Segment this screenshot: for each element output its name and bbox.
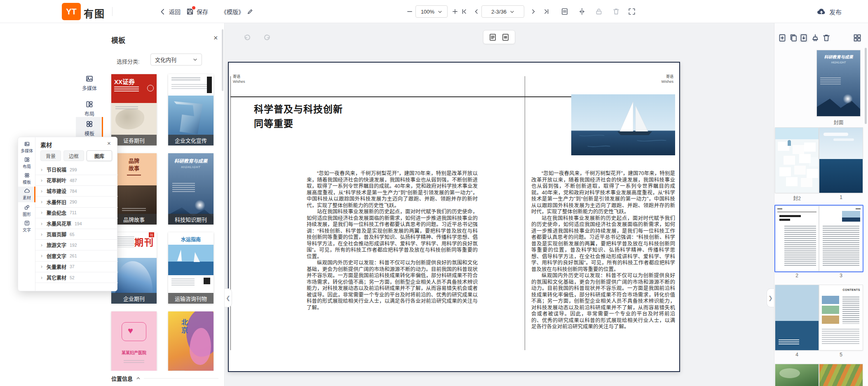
zoom-in-button[interactable]: [451, 7, 459, 16]
asset-category-row[interactable]: ›水墨怀旧290: [35, 197, 118, 208]
assets-rail-item-media[interactable]: 多媒体: [18, 140, 35, 155]
zoom-level-select[interactable]: 100%: [415, 5, 448, 18]
template-card[interactable]: 期刊刊企业期刊: [111, 232, 157, 304]
asset-category-label: 其它素材: [47, 274, 66, 281]
back-button[interactable]: 返回: [159, 0, 181, 23]
article-paragraph: 纵观国内外历史可以发现：科普不仅可以为创新提供良好的氛围和文化基础，更会为创新提…: [531, 273, 675, 330]
article-column-right[interactable]: “忽如一夜春风来，千树万树梨花开”，建国70年来，特别是改革开放以来，随着我国经…: [531, 171, 675, 330]
template-card-label: 品牌故事: [111, 214, 157, 225]
page-thumbnail[interactable]: [819, 364, 863, 386]
assets-rail-item-text[interactable]: 文字: [18, 219, 35, 234]
pages-scrollbar[interactable]: [865, 48, 867, 124]
assets-tab-background[interactable]: 背景: [40, 150, 61, 161]
asset-category-row[interactable]: ›旅游文字192: [35, 240, 118, 250]
delete-page-icon[interactable]: [822, 33, 831, 42]
zoom-value: 100%: [421, 9, 434, 15]
grid-view-icon[interactable]: [853, 33, 862, 42]
article-headline[interactable]: 科学普及与科技创新 同等重要: [254, 102, 343, 131]
top-toolbar: YT 有图 返回 保存 《模版》 100% 2-3/36 发: [0, 0, 868, 23]
fullscreen-icon[interactable]: [628, 7, 636, 16]
page-thumbnail[interactable]: [819, 128, 863, 193]
footer-divider: [144, 378, 218, 379]
assets-rail-item-shapes[interactable]: 图形: [18, 203, 35, 219]
prev-page-button[interactable]: [472, 7, 481, 16]
chevron-right-icon: ›: [41, 264, 42, 269]
save-button[interactable]: 保存: [186, 0, 208, 23]
copy-page-icon[interactable]: [789, 33, 798, 42]
page-thumbnail[interactable]: [775, 364, 819, 386]
template-card[interactable]: ♥某某妇产医院: [111, 311, 157, 371]
template-scrollbar[interactable]: [222, 29, 223, 91]
sailboat-photo[interactable]: [571, 94, 675, 155]
asset-category-label: 节日祝福: [47, 166, 66, 173]
asset-category-count: 52: [70, 275, 75, 280]
page-number-view-icon[interactable]: [502, 33, 509, 41]
assets-rail-item-layout[interactable]: 布局: [18, 155, 35, 171]
assets-rail-label: 模板: [23, 179, 31, 185]
template-card-label: 企业期刊: [111, 293, 157, 304]
chevron-right-icon: ›: [41, 275, 42, 281]
asset-category-count: 711: [70, 210, 77, 215]
logo-brand-name: 有图: [84, 6, 105, 20]
article-column-left[interactable]: “忽如一夜春风来，千树万树梨花开”，建国70年来，特别是改革开放以来，随着我国经…: [307, 171, 478, 311]
assets-rail-item-template[interactable]: 模板: [18, 171, 35, 187]
zoom-out-button[interactable]: [406, 7, 414, 16]
lock-icon[interactable]: [595, 7, 603, 16]
asset-category-row[interactable]: ›节日祝福299: [35, 164, 118, 175]
single-page-view-icon[interactable]: [489, 33, 497, 41]
collapse-left-panel-icon[interactable]: ❮: [225, 288, 232, 307]
asset-category-row[interactable]: ›页眉页脚65: [35, 229, 118, 240]
article-paragraph: 纵观国内外历史可以发现：科普不仅可以为创新提供良好的氛围和文化基础，更会为创新提…: [307, 260, 478, 311]
page-indicator-select[interactable]: 2-3/36: [481, 5, 524, 18]
add-page-icon[interactable]: [778, 33, 787, 42]
page-spread[interactable]: 寄语Wishes 寄语Wishes 科学普及与科技创新 同等重要: [228, 62, 680, 372]
undo-icon[interactable]: [243, 34, 251, 42]
assets-tab-gallery[interactable]: 图库: [87, 150, 112, 161]
assets-rail-item-cloud[interactable]: 素材: [18, 187, 35, 202]
asset-category-row[interactable]: ›聚会纪念711: [35, 208, 118, 218]
template-card[interactable]: 北京: [168, 311, 213, 371]
page-thumbnail[interactable]: CONTENTS: [819, 285, 863, 350]
page-thumbnails-panel: 科研教育与成果HIGHLIGHT封面封2123CONTENTS45: [774, 23, 868, 386]
last-page-button[interactable]: [542, 7, 551, 16]
page-thumbnail[interactable]: [819, 206, 863, 271]
export-page-icon[interactable]: [799, 33, 808, 42]
page-thumbnail[interactable]: [775, 128, 819, 193]
asset-category-row[interactable]: ›花草树叶487: [35, 175, 118, 186]
position-info-section[interactable]: 位置信息: [103, 371, 224, 386]
page-settings-icon[interactable]: [561, 7, 569, 16]
template-card[interactable]: 企业文化宣传: [168, 74, 213, 145]
asset-category-row[interactable]: ›其它素材52: [35, 272, 118, 283]
page-thumbnail[interactable]: [775, 206, 819, 271]
page-thumbnail-label: 封2: [775, 194, 819, 201]
clear-page-icon[interactable]: [811, 33, 820, 42]
collapse-right-panel-icon[interactable]: ❯: [767, 288, 774, 307]
first-page-button[interactable]: [460, 7, 468, 16]
assets-tab-border[interactable]: 边框: [63, 150, 84, 161]
next-page-button[interactable]: [529, 7, 537, 16]
mirror-page-icon[interactable]: [578, 7, 586, 16]
asset-category-row[interactable]: ›矢量素材37: [35, 262, 118, 272]
template-card[interactable]: XX证券证券期刊: [111, 74, 157, 145]
page-indicator-value: 2-3/36: [491, 9, 507, 15]
publish-button[interactable]: 发布: [817, 0, 842, 23]
redo-icon[interactable]: [263, 34, 271, 42]
edit-pencil-icon[interactable]: [247, 9, 253, 15]
delete-icon[interactable]: [612, 7, 620, 16]
close-icon[interactable]: ×: [107, 140, 111, 147]
document-title[interactable]: 《模版》: [221, 0, 253, 23]
template-card[interactable]: 科研教育与成果HIGHLIGHT科技知识期刊: [168, 153, 213, 225]
asset-category-row[interactable]: ›创意文字261: [35, 251, 118, 262]
asset-category-label: 页眉页脚: [47, 231, 66, 238]
template-card[interactable]: 品牌故事品牌故事: [111, 153, 157, 225]
asset-category-row[interactable]: ›城市建设784: [35, 186, 118, 197]
template-panel: 模板 × 选择分类: 文化内刊 XX证券证券期刊企业文化宣传品牌故事品牌故事科研…: [103, 23, 225, 386]
template-card[interactable]: 水运指南运输咨询刊物: [168, 232, 213, 304]
sidebar-item-media[interactable]: 多媒体: [76, 72, 103, 95]
page-thumbnail[interactable]: [775, 285, 819, 350]
unsaved-dot: [192, 6, 195, 9]
app-logo[interactable]: YT: [62, 3, 81, 20]
page-thumbnail[interactable]: 科研教育与成果HIGHLIGHT: [817, 50, 860, 116]
asset-category-count: 290: [70, 199, 77, 204]
asset-category-row[interactable]: ›水墨风花草194: [35, 218, 118, 229]
